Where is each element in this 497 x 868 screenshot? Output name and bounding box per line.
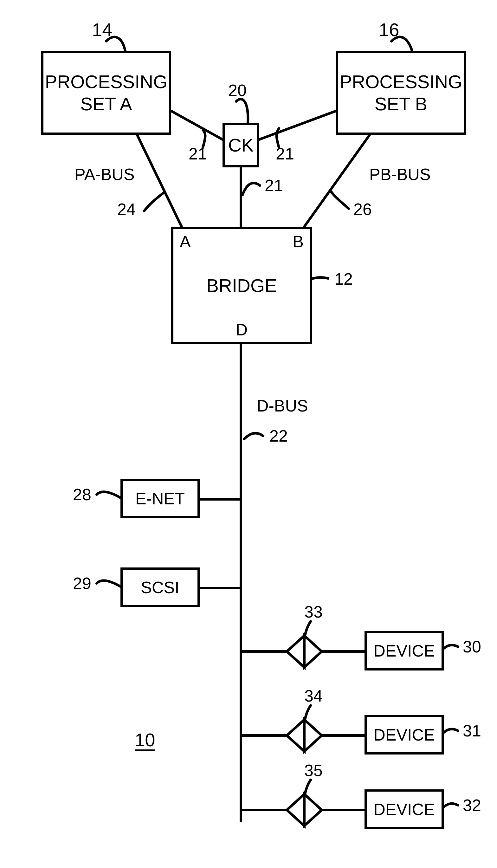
pb-bus-label: PB-BUS — [369, 165, 431, 184]
bridge-block: A B BRIDGE D — [171, 227, 312, 344]
pa-bus-label: PA-BUS — [74, 165, 135, 184]
ref-31: 31 — [463, 721, 481, 740]
ref-28: 28 — [73, 485, 91, 504]
svg-marker-16 — [304, 794, 322, 826]
ck-label: CK — [228, 134, 254, 156]
svg-marker-15 — [287, 794, 304, 826]
ref-35: 35 — [304, 761, 323, 780]
ref-10: 10 — [135, 729, 155, 750]
ref-16: 16 — [379, 19, 399, 40]
svg-marker-12 — [304, 636, 322, 667]
ref-33: 33 — [304, 602, 323, 621]
device-3-label: DEVICE — [373, 800, 435, 819]
processing-set-a-line1: PROCESSING — [45, 71, 168, 93]
svg-line-1 — [259, 111, 336, 140]
processing-set-a-line2: SET A — [80, 93, 132, 115]
device-block-2: DEVICE — [365, 715, 444, 754]
device-1-label: DEVICE — [373, 641, 435, 660]
ref-32: 32 — [463, 796, 481, 815]
ref-12: 12 — [335, 269, 353, 288]
ref-34: 34 — [304, 686, 323, 706]
ref-21-right: 21 — [276, 144, 294, 163]
enet-block: E-NET — [120, 479, 200, 518]
svg-line-0 — [171, 111, 223, 140]
bridge-port-a: A — [180, 232, 191, 251]
processing-set-b-block: PROCESSING SET B — [336, 51, 466, 135]
ck-block: CK — [223, 123, 259, 167]
svg-line-3 — [136, 133, 182, 227]
svg-marker-14 — [304, 720, 322, 751]
bridge-port-d: D — [236, 321, 248, 339]
processing-set-b-line2: SET B — [375, 93, 428, 115]
ref-22: 22 — [269, 426, 288, 445]
ref-26: 26 — [353, 200, 372, 219]
ref-24: 24 — [117, 200, 136, 219]
ref-14: 14 — [92, 19, 113, 40]
bridge-port-b: B — [293, 232, 304, 251]
bridge-label: BRIDGE — [206, 274, 277, 297]
svg-marker-13 — [287, 720, 304, 751]
device-block-3: DEVICE — [365, 789, 444, 829]
scsi-label: SCSI — [141, 578, 179, 597]
ref-21-center: 21 — [265, 176, 283, 195]
d-bus-label: D-BUS — [257, 396, 308, 415]
ref-21-left: 21 — [188, 144, 207, 163]
ref-29: 29 — [73, 574, 91, 593]
svg-marker-11 — [287, 636, 304, 667]
device-block-1: DEVICE — [365, 631, 444, 670]
processing-set-a-block: PROCESSING SET A — [41, 51, 171, 135]
ref-20: 20 — [228, 81, 246, 100]
enet-label: E-NET — [135, 489, 185, 508]
ref-30: 30 — [463, 637, 481, 656]
processing-set-b-line1: PROCESSING — [340, 71, 463, 93]
scsi-block: SCSI — [120, 568, 200, 607]
device-2-label: DEVICE — [373, 725, 435, 744]
diagram-canvas: PROCESSING SET A PROCESSING SET B CK A B… — [0, 0, 497, 868]
